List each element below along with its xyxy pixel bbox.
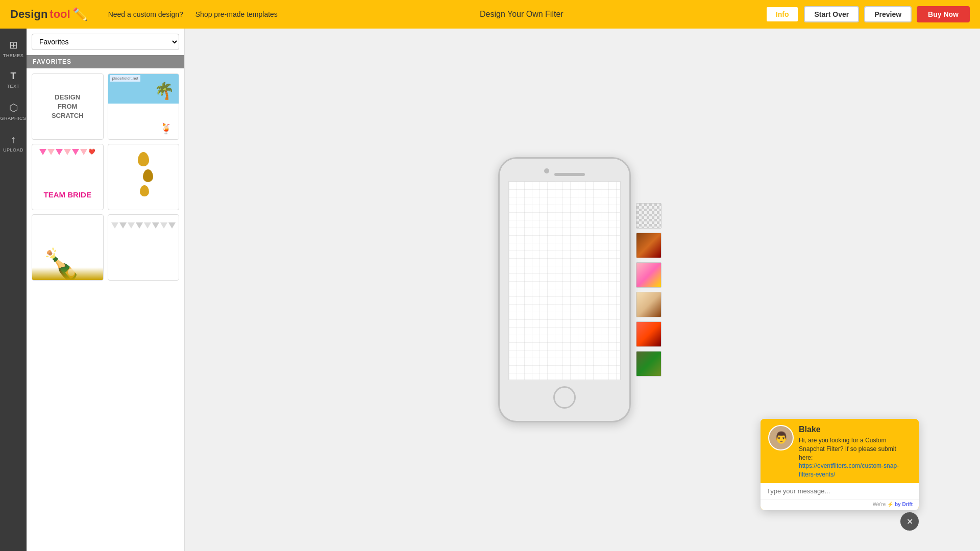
chat-message: Hi, are you looking for a Custom Snapcha… (799, 436, 911, 479)
header: Designtool ✏️ Need a custom design? Shop… (0, 0, 980, 29)
canvas-area: 👨 Blake Hi, are you looking for a Custom… (185, 29, 980, 551)
thumbnail-tan[interactable] (636, 292, 662, 317)
champagne-bg (32, 267, 103, 280)
template-beach[interactable]: placeholdit.net 🌴 🍹 (108, 73, 180, 140)
design-scratch-label: DESIGNFROMSCRATCH (46, 83, 89, 131)
wflag-1 (111, 222, 118, 229)
logo-suffix: tool (50, 8, 70, 21)
white-bunting-flags (108, 222, 179, 229)
flag-6 (80, 149, 87, 155)
sidebar-item-upload[interactable]: ↑ UPLOAD (0, 129, 27, 158)
phone-camera (544, 168, 549, 173)
chat-input-area[interactable] (761, 483, 919, 499)
graphics-label: GRAPHICS (1, 116, 27, 121)
thumbnail-red[interactable] (636, 321, 662, 347)
palm-icon: 🌴 (154, 81, 175, 101)
start-over-button[interactable]: Start Over (804, 6, 859, 22)
wflag-8 (168, 222, 176, 229)
chat-content: Blake Hi, are you looking for a Custom S… (799, 425, 911, 479)
wflag-3 (128, 222, 135, 229)
balloon-3 (140, 185, 149, 196)
balloon-1 (138, 152, 149, 166)
wflag-2 (119, 222, 127, 229)
panel-grid: DESIGNFROMSCRATCH placeholdit.net 🌴 🍹 (27, 68, 184, 286)
panel: Favorites All Templates Recent FAVORITES… (27, 29, 185, 551)
flag-3 (56, 149, 63, 155)
template-bunting[interactable]: ❤️ TEAM BRIDE (32, 144, 104, 210)
wflag-4 (136, 222, 143, 229)
team-bride-text: TEAM BRIDE (44, 190, 91, 199)
sidebar-item-text[interactable]: T TEXT (0, 66, 27, 94)
panel-section-title: FAVORITES (27, 55, 184, 68)
thumbnail-transparent[interactable] (636, 203, 662, 229)
favorites-dropdown[interactable]: Favorites All Templates Recent (32, 34, 179, 50)
right-panel (631, 198, 667, 382)
flag-4 (64, 149, 71, 155)
thumbnail-pink[interactable] (636, 262, 662, 288)
graphics-icon: ⬡ (9, 102, 18, 114)
thumbnail-green[interactable] (636, 351, 662, 377)
phone-screen[interactable] (508, 181, 621, 380)
phone-mockup (498, 157, 631, 422)
flag-5 (72, 149, 79, 155)
upload-label: UPLOAD (3, 147, 23, 153)
custom-design-link[interactable]: Need a custom design? (108, 10, 183, 18)
text-label: TEXT (7, 84, 19, 89)
chat-footer: We're ⚡ by Drift (761, 499, 919, 510)
preview-button[interactable]: Preview (864, 6, 912, 22)
wflag-5 (144, 222, 151, 229)
sidebar-item-themes[interactable]: ⊞ THEMES (0, 34, 27, 63)
chat-agent-name: Blake (799, 425, 911, 434)
chat-avatar: 👨 (768, 425, 794, 450)
template-scratch[interactable]: DESIGNFROMSCRATCH (32, 73, 104, 140)
phone-top-bar (544, 166, 585, 176)
phone-home-button[interactable] (553, 386, 576, 409)
upload-icon: ↑ (11, 134, 16, 145)
drift-brand: ⚡ by Drift (887, 502, 913, 507)
buy-now-button[interactable]: Buy Now (917, 6, 970, 22)
phone-speaker (554, 173, 585, 176)
themes-icon: ⊞ (9, 39, 18, 51)
beach-label: placeholdit.net (110, 75, 141, 82)
flag-2 (47, 149, 55, 155)
logo: Designtool ✏️ (10, 7, 88, 21)
sidebar: ⊞ THEMES T TEXT ⬡ GRAPHICS ↑ UPLOAD (0, 29, 27, 551)
thumbnail-dark1[interactable] (636, 233, 662, 258)
main-layout: ⊞ THEMES T TEXT ⬡ GRAPHICS ↑ UPLOAD Favo… (0, 29, 980, 551)
header-center-text: Design Your Own Filter (288, 10, 755, 19)
balloon-2 (143, 169, 153, 182)
balloons-group (134, 152, 153, 196)
logo-text: Design (10, 8, 47, 21)
themes-label: THEMES (3, 53, 24, 58)
shop-templates-link[interactable]: Shop pre-made templates (195, 10, 278, 18)
template-champagne[interactable]: 🍾 (32, 214, 104, 281)
chat-input[interactable] (767, 487, 913, 495)
logo-icon: ✏️ (72, 7, 88, 21)
bunting-flags: ❤️ (32, 148, 103, 155)
sidebar-item-graphics[interactable]: ⬡ GRAPHICS (0, 96, 27, 126)
template-balloons[interactable] (108, 144, 180, 210)
phone-grid-overlay (509, 182, 620, 380)
header-buttons: Info Start Over Preview Buy Now (766, 6, 970, 22)
chat-footer-text: We're (873, 502, 886, 507)
template-bunting2[interactable] (108, 214, 180, 281)
chat-link[interactable]: https://eventfilters.com/custom-snap-fil… (799, 462, 899, 478)
text-icon: T (11, 71, 16, 82)
info-button[interactable]: Info (766, 6, 799, 22)
heart-icon: ❤️ (88, 148, 95, 155)
chat-close-button[interactable]: ✕ (900, 512, 919, 531)
wflag-6 (152, 222, 159, 229)
flag-1 (39, 149, 46, 155)
drink-icon: 🍹 (160, 122, 173, 135)
chat-header: 👨 Blake Hi, are you looking for a Custom… (761, 419, 919, 483)
chat-widget: 👨 Blake Hi, are you looking for a Custom… (761, 419, 919, 510)
header-nav: Need a custom design? Shop pre-made temp… (108, 10, 278, 18)
wflag-7 (160, 222, 167, 229)
